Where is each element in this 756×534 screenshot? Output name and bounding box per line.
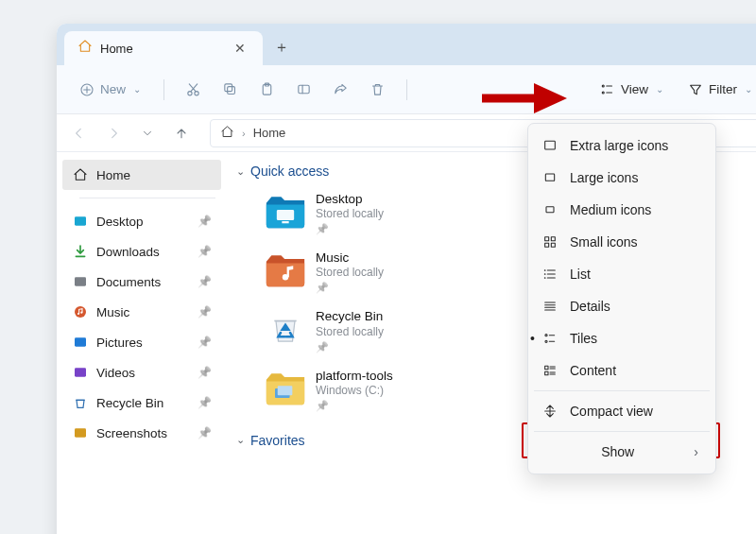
menu-large-icons[interactable]: Large icons [532,162,712,194]
sidebar-separator [79,198,215,198]
tile-desktop[interactable]: DesktopStored locally📌 [259,186,486,239]
svg-point-33 [545,335,547,336]
pin-icon: 📌 [198,426,212,439]
tile-subtitle: Stored locally [316,325,384,338]
sidebar-item-label: Documents [96,275,161,289]
compact-view-icon [541,404,558,419]
sidebar-item-downloads[interactable]: Downloads📌 [62,236,221,267]
up-button[interactable] [166,118,197,148]
menu-item-label: Medium icons [570,202,651,217]
pin-icon: 📌 [316,282,384,294]
new-button[interactable]: New ⌄ [70,74,150,106]
tile-name: platform-tools [316,367,393,384]
menu-extra-large-icons[interactable]: Extra large icons [532,129,712,162]
sidebar-item-screenshots[interactable]: Screenshots📌 [62,418,221,448]
pin-icon: 📌 [198,305,212,319]
tile-music[interactable]: MusicStored locally📌 [259,245,486,298]
view-button-label: View [621,82,648,96]
pin-icon: 📌 [316,341,384,353]
sidebar-item-label: Videos [96,366,135,380]
group-label: Favorites [250,433,305,448]
menu-medium-icons[interactable]: Medium icons [532,194,712,226]
new-button-label: New [100,82,126,96]
toolbar-separator [406,79,407,100]
menu-separator [534,431,710,432]
svg-point-13 [77,313,79,315]
pin-icon: 📌 [198,366,212,379]
sidebar-item-label: Downloads [96,245,160,259]
recent-locations-button[interactable] [132,118,163,148]
sidebar-item-music[interactable]: Music📌 [62,297,221,327]
tile-name: Music [316,249,384,266]
menu-item-label: Show [553,444,682,459]
menu-compact-view[interactable]: Compact view [532,395,712,427]
new-tab-button[interactable]: ＋ [263,38,301,58]
sidebar-item-recycle-bin[interactable]: Recycle Bin📌 [62,388,221,418]
svg-rect-18 [277,210,294,220]
tab-home[interactable]: Home ✕ [64,31,263,65]
toolbar: New ⌄ View ⌄ Filter [57,65,756,114]
tab-title: Home [100,42,133,56]
pin-icon: 📌 [198,336,212,349]
cut-button[interactable] [178,74,209,106]
back-button[interactable] [64,118,94,148]
filter-button-label: Filter [709,82,737,96]
chevron-down-icon: ⌄ [745,84,752,95]
chevron-down-icon: ⌄ [656,84,663,95]
tile-recycle-bin[interactable]: Recycle BinStored locally📌 [259,303,486,356]
tile-name: Recycle Bin [316,307,384,324]
svg-rect-23 [545,141,556,149]
filter-button[interactable]: Filter ⌄ [679,74,756,106]
small-icons-icon [541,234,558,250]
tile-subtitle: Stored locally [316,207,384,220]
tab-close-button[interactable]: ✕ [231,37,249,60]
pictures-icon [72,334,89,351]
svg-rect-11 [75,277,86,285]
menu-item-label: Small icons [570,234,638,250]
menu-show[interactable]: Show [532,436,712,468]
menu-content[interactable]: Content [532,354,712,387]
svg-rect-16 [75,368,86,376]
menu-list[interactable]: List [532,258,712,290]
chevron-down-icon: ⌄ [236,434,245,446]
forward-button[interactable] [98,118,129,148]
tiles-icon [541,331,558,346]
copy-button[interactable] [215,74,246,106]
svg-rect-22 [278,386,293,395]
menu-item-label: Extra large icons [570,138,668,153]
sidebar-item-home[interactable]: Home [62,160,221,190]
svg-point-2 [195,92,198,95]
svg-rect-27 [551,237,555,241]
paste-button[interactable] [251,74,283,106]
sidebar-item-label: Home [96,168,130,182]
pin-icon: 📌 [198,275,212,288]
sidebar-item-documents[interactable]: Documents📌 [62,267,221,297]
pin-icon: 📌 [316,400,393,412]
home-icon [77,39,93,58]
svg-point-14 [80,312,82,314]
svg-rect-29 [551,243,555,247]
share-button[interactable] [325,74,356,106]
svg-point-32 [544,277,546,279]
svg-rect-35 [545,366,548,369]
tile-platform-tools[interactable]: platform-toolsWindows (C:)📌 [259,363,486,416]
pin-icon: 📌 [198,245,212,258]
svg-rect-10 [75,216,86,225]
svg-rect-15 [75,337,86,346]
svg-point-20 [283,274,288,280]
menu-item-label: Content [570,363,616,378]
sidebar-item-videos[interactable]: Videos📌 [62,357,221,388]
menu-tiles[interactable]: Tiles [532,322,712,354]
view-button[interactable]: View ⌄ [590,74,673,106]
downloads-icon [72,243,89,260]
view-menu: Extra large iconsLarge iconsMedium icons… [527,123,716,474]
menu-small-icons[interactable]: Small icons [532,226,712,258]
svg-point-12 [75,306,86,318]
menu-details[interactable]: Details [532,290,712,322]
rename-button[interactable] [288,74,319,106]
music-icon [72,303,89,320]
tile-subtitle: Windows (C:) [316,384,393,397]
sidebar-item-desktop[interactable]: Desktop📌 [62,206,221,236]
delete-button[interactable] [362,74,393,106]
sidebar-item-pictures[interactable]: Pictures📌 [62,327,221,357]
